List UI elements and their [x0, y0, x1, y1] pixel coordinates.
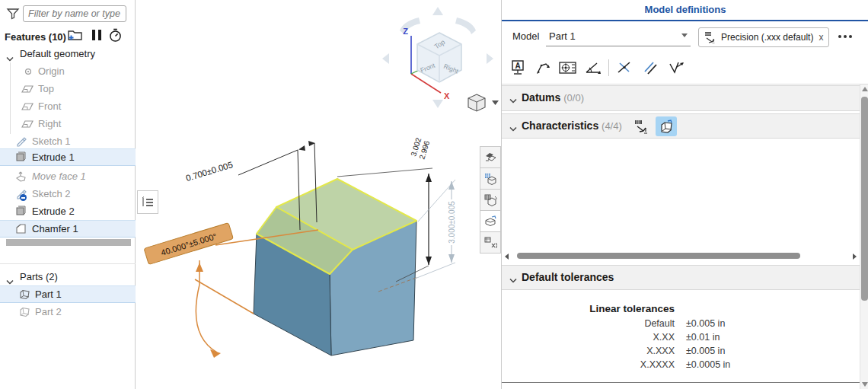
tree-item-front-plane[interactable]: Front [0, 98, 136, 115]
scroll-right-icon[interactable] [853, 253, 857, 260]
panel-title: Model definitions [502, 0, 868, 20]
cube-grid-icon [484, 173, 497, 185]
tolerance-label: X.XXX [547, 346, 675, 356]
tolerance-value: ±0.005 in [686, 346, 725, 356]
chevron-down-icon[interactable] [6, 51, 14, 57]
tree-item-top-plane[interactable]: Top [0, 81, 136, 97]
intersection-tool-button[interactable] [614, 58, 634, 78]
filter-input[interactable] [23, 5, 126, 22]
overflow-menu-icon[interactable] [838, 35, 852, 38]
tree-item-default-geometry[interactable]: Default geometry [0, 46, 136, 62]
tolerance-label: X.XX [547, 332, 675, 343]
precision-chip-close[interactable]: x [819, 32, 823, 43]
default-tolerances-title: Default tolerances [522, 271, 614, 283]
cube-rotate-icon [484, 215, 497, 228]
cad-app-window: Features (10) Default geometry Origin To… [0, 0, 868, 389]
vertical-scroll-thumb[interactable] [861, 97, 868, 301]
tree-item-extrude-1[interactable]: Extrude 1 [0, 148, 136, 166]
viewport-toolbar [480, 147, 501, 253]
geometric-tolerance-tool-button[interactable] [558, 58, 578, 78]
panel-vertical-scrollbar[interactable] [860, 84, 868, 389]
surface-finish-tool-button[interactable] [666, 58, 686, 78]
filter-icon[interactable] [6, 7, 20, 21]
svg-text:A: A [515, 62, 520, 70]
parallel-tool-button[interactable] [640, 58, 660, 78]
model-select-value: Part 1 [549, 30, 576, 42]
angle-dimension-label[interactable]: 40.000°±5.000° [144, 223, 233, 265]
datum-tool-button[interactable]: A [508, 58, 528, 78]
tree-item-origin[interactable]: Origin [0, 63, 136, 80]
appearance-tool-button[interactable] [480, 146, 501, 168]
parallel-lines-icon [642, 59, 659, 76]
tree-item-sketch-1[interactable]: Sketch 1 [0, 133, 136, 150]
tree-item-move-face-1[interactable]: Move face 1 [0, 168, 136, 185]
tolerance-value: ±0.01 in [686, 332, 720, 343]
datums-section-header[interactable]: Datums (0/0) [502, 85, 860, 111]
suspend-rollback-icon[interactable] [90, 28, 110, 46]
tab-active-indicator [502, 20, 868, 21]
new-folder-icon[interactable] [67, 28, 82, 43]
tolerance-label: Default [547, 318, 675, 329]
appearance-icon [484, 151, 497, 163]
linear-tolerance-row: X.XXX ±0.005 in [547, 346, 806, 359]
width-dimension-text: 0.700±0.005 [185, 160, 235, 183]
panel-tab[interactable]: Model definitions [502, 0, 868, 21]
datums-title: Datums [522, 91, 560, 104]
datum-feature-icon: A [509, 59, 526, 76]
precision-chip[interactable]: Precision (.xxx default) x [698, 27, 829, 47]
precision-chip-label: Precision (.xxx default) [721, 32, 813, 43]
dimension-tool-button[interactable] [533, 58, 553, 78]
tree-item-chamfer-1[interactable]: Chamfer 1 [0, 220, 136, 238]
chevron-down-icon [509, 95, 517, 107]
view-cube[interactable]: Top Front Right [417, 33, 461, 82]
graphics-viewport[interactable]: Z X Y Top Front Right [136, 0, 501, 389]
x-axis-label: X [444, 91, 450, 100]
features-header: Features (10) [5, 31, 66, 43]
toolbar-divider [608, 59, 609, 76]
import-from-part-button[interactable] [656, 116, 677, 136]
tree-item-right-plane[interactable]: Right [0, 116, 136, 132]
model-select[interactable]: Part 1 [546, 26, 691, 46]
table-horizontal-scrollbar[interactable] [505, 252, 857, 261]
annotation-display-tool-button[interactable] [480, 231, 501, 253]
characteristics-section-header[interactable]: Characteristics (4/4) [502, 113, 860, 139]
parts-item-part-2[interactable]: Part 2 [0, 304, 136, 320]
part-icon [18, 306, 30, 318]
feature-list-scrollbar[interactable] [6, 239, 131, 246]
plane-icon [21, 118, 34, 130]
horizontal-scroll-thumb[interactable] [517, 253, 800, 259]
precision-icon [704, 31, 717, 43]
parts-section-divider [0, 263, 136, 264]
tree-item-sketch-2[interactable]: Sketch 2 [0, 186, 136, 202]
characteristics-title: Characteristics [522, 120, 598, 132]
scroll-up-icon[interactable] [862, 87, 868, 91]
model-display-tool-button[interactable] [480, 189, 501, 211]
annotation-toolbar: A [502, 53, 868, 84]
view-display-mode-button[interactable] [468, 94, 499, 111]
parts-section-header[interactable]: Parts (2) [0, 269, 136, 285]
scroll-down-icon[interactable] [862, 382, 868, 387]
height-dimension-nominal[interactable]: 3.000±0.005 [415, 180, 456, 279]
collapse-feature-tree-button[interactable] [137, 190, 158, 214]
default-tolerances-section-header[interactable]: Default tolerances [502, 265, 860, 290]
chevron-down-icon [492, 100, 499, 105]
part-solid[interactable] [254, 179, 416, 356]
suppressed-badge-icon [20, 194, 27, 201]
rotate-model-tool-button[interactable] [480, 210, 501, 232]
chevron-down-icon[interactable] [6, 274, 14, 280]
model-definitions-panel: Model definitions Model Part 1 Precision… [501, 0, 868, 389]
angle-dimension-tool-button[interactable] [583, 58, 603, 78]
plane-icon [21, 83, 34, 95]
add-dimension-characteristic-button[interactable] [631, 116, 653, 136]
scroll-left-icon[interactable] [505, 253, 509, 260]
tolerance-label: X.XXXX [547, 359, 675, 370]
show-dimensions-tool-button[interactable] [480, 167, 501, 190]
linear-tolerance-row: X.XX ±0.01 in [547, 332, 806, 346]
tree-item-extrude-2[interactable]: Extrude 2 [0, 203, 136, 220]
cube-xray-icon [484, 237, 497, 249]
leader-dimension-icon [535, 59, 551, 76]
parts-item-part-1[interactable]: Part 1 [0, 285, 136, 303]
datums-count: (0/0) [563, 92, 584, 104]
feature-control-frame-icon [559, 60, 577, 75]
history-clock-icon[interactable] [108, 28, 123, 43]
